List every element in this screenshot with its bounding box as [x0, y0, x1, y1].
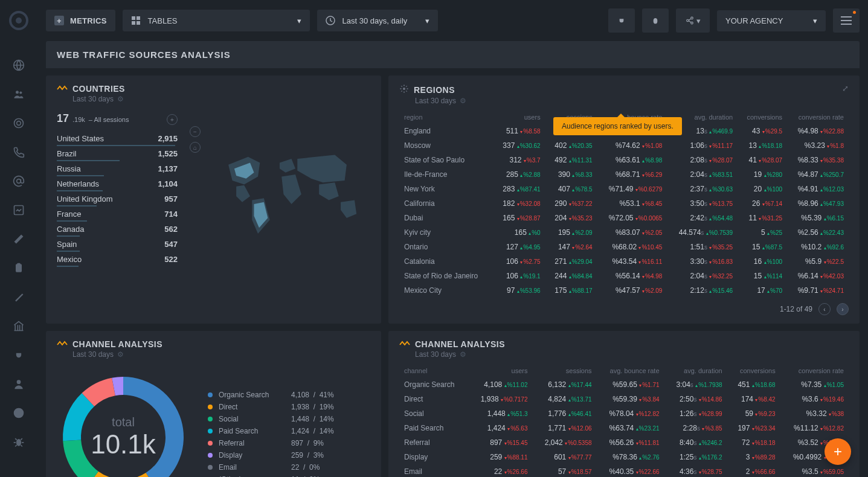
expand-icon[interactable]: ⤢	[842, 84, 849, 93]
legend-item[interactable]: Social1,448 / 14%	[208, 415, 334, 423]
daterange-select[interactable]: Last 30 days, daily ▾	[317, 10, 438, 31]
country-row[interactable]: Spain547	[57, 237, 178, 252]
users-icon[interactable]	[13, 88, 25, 100]
country-row[interactable]: Brazil1,525	[57, 146, 178, 161]
svg-point-5	[17, 179, 21, 184]
target-icon[interactable]	[13, 117, 25, 129]
home-button[interactable]: ⌂	[190, 142, 201, 153]
table-row[interactable]: California 182 %32.08 290 %37.22 %53.1 %…	[400, 197, 847, 210]
table-row[interactable]: Catalonia 106 %2.75 271 %29.04 %43.54 %1…	[400, 255, 847, 268]
zoom-in-button[interactable]: +	[167, 114, 178, 125]
metrics-button[interactable]: + METRICS	[46, 10, 115, 31]
zoom-out-button[interactable]: −	[190, 126, 201, 137]
zigzag-icon	[399, 340, 410, 349]
column-header[interactable]: region	[400, 111, 492, 123]
svg-point-4	[17, 121, 21, 126]
svg-rect-21	[841, 16, 852, 18]
gear-icon[interactable]: ⚙	[117, 95, 124, 103]
column-header[interactable]: conversion rate	[780, 365, 847, 377]
world-map[interactable]	[213, 112, 370, 281]
country-row[interactable]: United Kingdom957	[57, 191, 178, 206]
legend-item[interactable]: Paid Search1,424 / 14%	[208, 427, 334, 435]
column-header[interactable]: sessions	[533, 365, 596, 377]
globe-icon[interactable]	[13, 59, 25, 71]
donut-chart: total 10.1k	[57, 371, 190, 477]
bank-icon[interactable]	[13, 320, 25, 332]
channel-table-panel: CHANNEL ANALYSIS Last 30 days⚙ channelus…	[388, 331, 860, 477]
column-header[interactable]: conversion rate	[787, 111, 847, 123]
table-row[interactable]: Mexico City 97 %53.96 175 %88.17 %47.57 …	[400, 284, 847, 297]
next-page-button[interactable]: ›	[837, 303, 849, 315]
bug-icon[interactable]	[13, 436, 25, 448]
svg-point-10	[14, 408, 24, 418]
chart-icon[interactable]	[13, 204, 25, 216]
legend-item[interactable]: Organic Search4,108 / 41%	[208, 391, 334, 399]
panel-title: REGIONS	[414, 85, 455, 95]
wand-icon[interactable]	[13, 291, 25, 303]
prev-page-button[interactable]: ‹	[818, 303, 831, 315]
table-row[interactable]: Referral 897 %15.45 2,042 %0.5358 %56.26…	[400, 436, 847, 449]
svg-point-24	[403, 88, 405, 90]
column-header[interactable]: users	[468, 365, 531, 377]
bug-button[interactable]	[642, 8, 669, 33]
table-row[interactable]: Organic Search 4,108 %11.02 6,132 %17.44…	[400, 378, 847, 391]
svg-point-2	[19, 91, 22, 94]
country-row[interactable]: Canada562	[57, 222, 178, 237]
table-row[interactable]: Kyiv city 165 %0 195 %2.09 %83.07 %2.05 …	[400, 226, 847, 239]
pagination: 1-12 of 49 ‹ ›	[399, 303, 849, 315]
table-row[interactable]: Paid Search 1,424 %5.63 1,771 %12.06 %63…	[400, 421, 847, 435]
country-row[interactable]: France714	[57, 206, 178, 222]
tables-select[interactable]: TABLES ▾	[123, 10, 310, 31]
table-row[interactable]: Dubai 165 %28.87 204 %35.23 %72.05 %0.00…	[400, 211, 847, 225]
country-row[interactable]: Netherlands1,104	[57, 176, 178, 191]
edit-icon[interactable]	[13, 233, 25, 245]
table-row[interactable]: Moscow 337 %30.62 402 %20.35 %74.62 %1.0…	[400, 139, 847, 152]
column-header[interactable]: users	[493, 111, 544, 123]
gear-icon[interactable]: ⚙	[460, 97, 466, 105]
svg-point-3	[14, 119, 24, 128]
column-header[interactable]: channel	[400, 365, 467, 377]
country-row[interactable]: United States2,915	[57, 131, 178, 146]
share-button[interactable]: ▾	[676, 8, 710, 33]
table-row[interactable]: Ontario 127 %4.95 147 %2.64 %68.02 %10.4…	[400, 240, 847, 254]
phone-icon[interactable]	[13, 146, 25, 158]
countries-panel: COUNTRIES Last 30 days⚙ 17.19k – All ses…	[46, 75, 381, 324]
legend-item[interactable]: Direct1,938 / 19%	[208, 403, 334, 411]
gear-icon[interactable]: ⚙	[460, 350, 466, 359]
svg-rect-22	[841, 20, 852, 21]
legend-item[interactable]: Email22 / 0%	[208, 463, 334, 472]
svg-point-11	[16, 439, 21, 446]
fab-add-button[interactable]: +	[825, 438, 851, 465]
column-header[interactable]: avg. bounce rate	[597, 365, 663, 377]
legend-item[interactable]: Display259 / 3%	[208, 451, 334, 459]
svg-rect-14	[132, 21, 135, 25]
svg-rect-12	[132, 16, 135, 20]
svg-rect-15	[137, 21, 140, 25]
plug-button[interactable]	[608, 8, 635, 33]
table-row[interactable]: Social 1,448 %51.3 1,776 %46.41 %78.04 %…	[400, 407, 847, 420]
menu-button[interactable]	[833, 8, 860, 33]
gear-icon[interactable]	[399, 84, 409, 95]
column-header[interactable]: avg. duration	[664, 365, 726, 377]
info-icon[interactable]	[13, 407, 25, 419]
table-row[interactable]: State of Rio de Janeiro 106 %19.1 244 %8…	[400, 269, 847, 283]
table-row[interactable]: Email 22 %26.66 57 %18.57 %40.35 %22.66 …	[400, 465, 847, 477]
panel-title: COUNTRIES	[72, 84, 125, 94]
country-row[interactable]: Russia1,137	[57, 161, 178, 176]
country-row[interactable]: Mexico522	[57, 252, 178, 267]
table-row[interactable]: Direct 1,938 %0.7172 4,824 %13.71 %59.39…	[400, 392, 847, 406]
column-header[interactable]: conversions	[727, 365, 779, 377]
plug-icon[interactable]	[13, 349, 25, 361]
gear-icon[interactable]: ⚙	[117, 350, 124, 359]
table-row[interactable]: New York 283 %87.41 407 %78.5 %71.49 %0.…	[400, 182, 847, 196]
user-icon[interactable]	[13, 378, 25, 390]
clipboard-icon[interactable]	[13, 262, 25, 274]
svg-rect-8	[18, 263, 21, 265]
column-header[interactable]: conversions	[738, 111, 786, 123]
at-icon[interactable]	[13, 175, 25, 187]
table-row[interactable]: Display 259 %88.11 601 %77.77 %78.36 %2.…	[400, 450, 847, 464]
table-row[interactable]: State of Sao Paulo 312 %3.7 492 %11.31 %…	[400, 153, 847, 167]
legend-item[interactable]: Referral897 / 9%	[208, 439, 334, 447]
agency-select[interactable]: YOUR AGENCY ▾	[717, 10, 826, 31]
table-row[interactable]: Ile-de-France 285 %2.88 390 %8.33 %68.71…	[400, 168, 847, 181]
